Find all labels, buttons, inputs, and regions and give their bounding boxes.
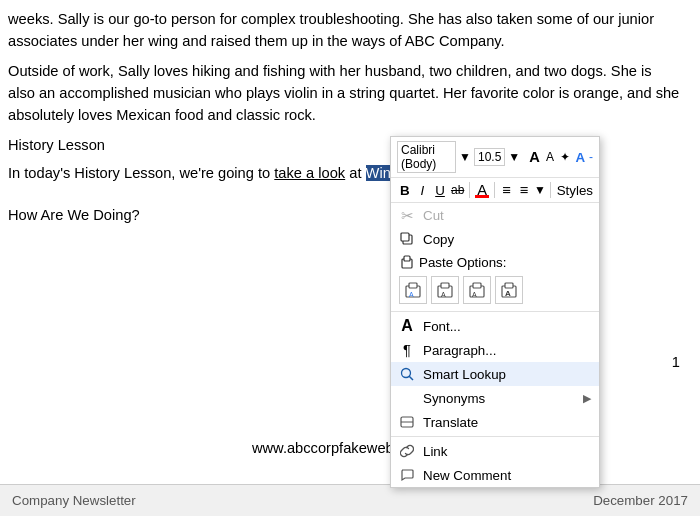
paste-special-btn[interactable]: A (495, 276, 523, 304)
styles-label[interactable]: Styles (557, 183, 593, 198)
page-number: 1 (672, 354, 680, 370)
paste-keep-text-only-btn[interactable]: A (463, 276, 491, 304)
menu-item-cut[interactable]: ✂ Cut (391, 203, 599, 227)
svg-rect-11 (473, 283, 481, 288)
link-label: Link (423, 444, 447, 459)
strikethrough-button[interactable]: ab (450, 181, 466, 199)
toolbar-divider-2 (494, 182, 495, 198)
menu-item-smart-lookup[interactable]: Smart Lookup (391, 362, 599, 386)
svg-rect-1 (401, 233, 409, 241)
footer-right: December 2017 (593, 493, 688, 508)
paragraph-1: weeks. Sally is our go-to person for com… (8, 8, 680, 52)
copy-label: Copy (423, 232, 454, 247)
underline-button[interactable]: U (432, 181, 448, 199)
smart-lookup-label: Smart Lookup (423, 367, 506, 382)
menu-item-paragraph[interactable]: ¶ Paragraph... (391, 338, 599, 362)
font-menu-icon: A (399, 318, 415, 334)
paste-options-row: Paste Options: (391, 251, 599, 273)
paste-icon (399, 254, 415, 270)
synonyms-label: Synonyms (423, 391, 485, 406)
paste-options-label: Paste Options: (419, 255, 506, 270)
body-pre: In today's History Lesson, we're going t… (8, 165, 274, 181)
clear-format-button[interactable]: ✦ (559, 148, 572, 166)
svg-rect-14 (505, 283, 513, 288)
synonyms-icon (399, 390, 415, 406)
paragraph-2: Outside of work, Sally loves hiking and … (8, 60, 680, 126)
font-name-select[interactable]: Calibri (Body) (397, 141, 456, 173)
italic-button[interactable]: I (415, 181, 431, 199)
format-toolbar-row2: B I U ab A ≡ ≡ ▼ Styles (391, 178, 599, 203)
body-underline: take a look (274, 165, 345, 181)
menu-item-copy[interactable]: Copy (391, 227, 599, 251)
svg-rect-3 (404, 256, 410, 261)
font-color-button[interactable]: A (474, 181, 490, 199)
svg-text:A: A (505, 289, 511, 298)
font-label: Font... (423, 319, 461, 334)
svg-rect-5 (409, 283, 417, 288)
link-icon (399, 443, 415, 459)
paste-merge-formatting-btn[interactable]: A (431, 276, 459, 304)
bullets-button-2[interactable]: ≡ (516, 181, 532, 199)
cut-label: Cut (423, 208, 444, 223)
svg-text:A: A (441, 291, 446, 298)
svg-rect-8 (441, 283, 449, 288)
shrink-font-button[interactable]: A (543, 148, 556, 166)
toolbar-divider-1 (469, 182, 470, 198)
svg-text:A: A (409, 291, 414, 298)
cut-icon: ✂ (399, 207, 415, 223)
smart-lookup-icon (399, 366, 415, 382)
paragraph-label: Paragraph... (423, 343, 496, 358)
grow-font-button[interactable]: A (528, 148, 541, 166)
svg-point-16 (402, 369, 411, 378)
paste-icons-row: A A A A (391, 273, 599, 309)
synonyms-submenu-arrow: ▶ (583, 392, 591, 405)
menu-item-font[interactable]: A Font... (391, 314, 599, 338)
bold-button[interactable]: B (397, 181, 413, 199)
menu-divider-2 (391, 436, 599, 437)
translate-icon (399, 414, 415, 430)
paste-keep-source-btn[interactable]: A (399, 276, 427, 304)
toolbar-divider-3 (550, 182, 551, 198)
format-paint-button[interactable]: A (574, 148, 587, 166)
body-mid: at (345, 165, 365, 181)
footer-left: Company Newsletter (12, 493, 136, 508)
menu-item-link[interactable]: Link (391, 439, 599, 463)
copy-icon (399, 231, 415, 247)
context-menu: Calibri (Body) ▼ 10.5 ▼ A A ✦ A - B I U … (390, 136, 600, 488)
bullets-button-1[interactable]: ≡ (499, 181, 515, 199)
menu-item-new-comment[interactable]: New Comment (391, 463, 599, 487)
svg-text:A: A (472, 291, 477, 298)
font-color-bar (475, 195, 489, 198)
footer-bar: Company Newsletter December 2017 (0, 484, 700, 516)
format-toolbar-row1: Calibri (Body) ▼ 10.5 ▼ A A ✦ A - (391, 137, 599, 178)
menu-item-translate[interactable]: Translate (391, 410, 599, 434)
new-comment-label: New Comment (423, 468, 511, 483)
translate-label: Translate (423, 415, 478, 430)
svg-line-17 (409, 376, 413, 380)
font-size-input[interactable]: 10.5 (474, 148, 505, 166)
paragraph-icon: ¶ (399, 342, 415, 358)
menu-item-synonyms[interactable]: Synonyms ▶ (391, 386, 599, 410)
new-comment-icon (399, 467, 415, 483)
menu-divider-1 (391, 311, 599, 312)
